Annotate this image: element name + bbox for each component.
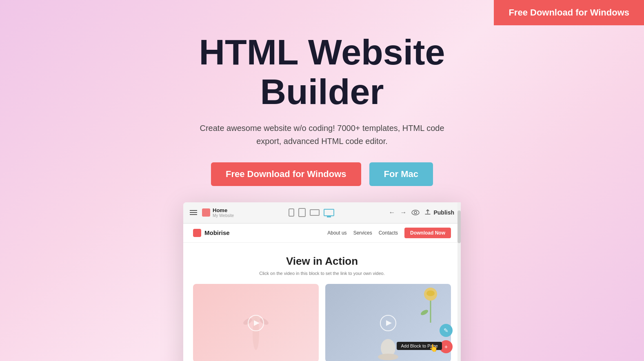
- download-mac-button[interactable]: For Mac: [369, 162, 433, 186]
- browser-mockup: Home My Website ← →: [183, 202, 461, 361]
- video-item-1: Video Description: [193, 284, 319, 361]
- cursor-icon: 👆: [429, 343, 438, 352]
- laptop-view-icon[interactable]: [310, 209, 320, 216]
- video-card-1[interactable]: [193, 284, 319, 361]
- site-logo: Mobirise: [193, 229, 230, 237]
- nav-link-services[interactable]: Services: [353, 230, 372, 236]
- section-title: View in Action: [193, 255, 451, 268]
- svg-point-7: [426, 290, 435, 296]
- hero-title: HTML Website Builder: [199, 33, 445, 112]
- menu-icon[interactable]: [190, 210, 197, 215]
- hero-buttons: Free Download for Windows For Mac: [211, 162, 433, 186]
- nav-link-contacts[interactable]: Contacts: [379, 230, 398, 236]
- scrollbar-thumb[interactable]: [457, 210, 461, 243]
- mockup-wrapper: Home My Website ← →: [0, 202, 644, 361]
- device-icons: [289, 208, 334, 217]
- edit-fab-button[interactable]: ✎: [440, 324, 453, 337]
- home-tab[interactable]: Home My Website: [202, 207, 234, 218]
- toolbar-actions: ← → Publish: [389, 209, 454, 216]
- preview-button[interactable]: [411, 210, 420, 215]
- section-desc: Click on the video in this block to set …: [193, 271, 451, 276]
- tablet-view-icon[interactable]: [298, 208, 306, 217]
- svg-point-9: [420, 308, 429, 316]
- top-download-windows-button[interactable]: Free Download for Windows: [494, 0, 644, 25]
- site-logo-name: Mobirise: [204, 229, 230, 236]
- home-tab-sublabel: My Website: [213, 213, 234, 218]
- svg-point-0: [412, 210, 419, 215]
- home-tab-label: Home: [213, 207, 234, 213]
- desktop-view-icon[interactable]: [324, 209, 334, 216]
- site-nav-links: About us Services Contacts Download Now: [327, 228, 451, 238]
- play-button-1[interactable]: [248, 315, 264, 331]
- inner-site: Mobirise About us Services Contacts Down…: [183, 224, 461, 361]
- nav-link-about[interactable]: About us: [327, 230, 346, 236]
- hero-subtitle: Create awesome website w/o coding! 7000+…: [189, 122, 455, 148]
- play-button-2[interactable]: [380, 315, 396, 331]
- redo-button[interactable]: →: [400, 209, 406, 216]
- hero-section: HTML Website Builder Create awesome webs…: [0, 0, 644, 202]
- svg-point-1: [414, 211, 417, 214]
- undo-button[interactable]: ←: [389, 209, 395, 216]
- svg-point-11: [378, 354, 398, 360]
- download-windows-button[interactable]: Free Download for Windows: [211, 162, 361, 186]
- publish-button[interactable]: Publish: [424, 209, 454, 216]
- site-navbar: Mobirise About us Services Contacts Down…: [183, 224, 461, 243]
- play-triangle-icon-2: [386, 320, 392, 326]
- site-logo-icon: [193, 229, 201, 237]
- browser-toolbar: Home My Website ← →: [183, 202, 461, 224]
- home-icon: [202, 208, 210, 217]
- phone-view-icon[interactable]: [289, 208, 294, 217]
- site-download-button[interactable]: Download Now: [404, 228, 451, 238]
- play-triangle-icon: [254, 320, 260, 326]
- scrollbar-track[interactable]: [457, 202, 461, 361]
